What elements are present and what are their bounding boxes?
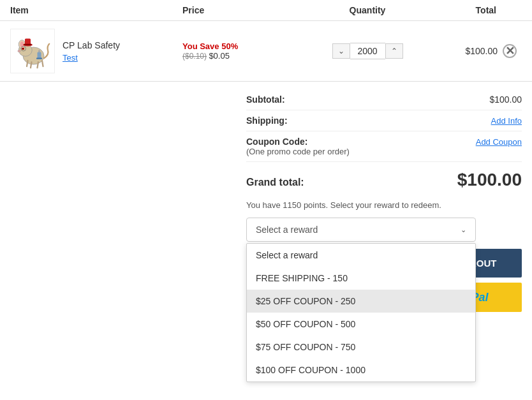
reward-option-25off[interactable]: $25 OFF COUPON - 250 [247,290,475,313]
svg-rect-13 [24,44,32,45]
cart-row: CP Lab Safety Test You Save 50% ($0.10) … [0,21,532,82]
header-item-col: Item [10,5,182,15]
coupon-link[interactable]: Add Coupon [476,137,522,147]
cart-header: Item Price Quantity Total [0,0,532,21]
item-info: CP Lab Safety Test [63,40,120,63]
shipping-row: Shipping: Add Info [246,110,522,131]
item-image [10,29,55,73]
coupon-row: Coupon Code: (One promo code per order) … [246,131,522,162]
grand-total-label: Grand total: [246,177,304,188]
svg-rect-15 [38,52,41,59]
item-link[interactable]: Test [63,53,120,63]
svg-line-9 [38,62,39,68]
reward-dropdown: Select a reward FREE SHIPPING - 150 $25 … [246,243,476,382]
price-current: $0.05 [209,51,230,61]
price-cell: You Save 50% ($0.10) $0.05 [182,41,310,61]
reward-option-default[interactable]: Select a reward [247,244,475,267]
svg-rect-17 [36,58,42,59]
item-cell: CP Lab Safety Test [10,29,182,73]
price-save: You Save 50% [182,41,310,51]
quantity-value: 2000 [350,43,385,59]
header-price-col: Price [182,5,310,15]
subtotal-label: Subtotal: [246,94,285,105]
svg-line-8 [31,62,32,68]
svg-line-10 [42,61,43,66]
subtotal-value: $100.00 [489,94,522,105]
price-original: ($0.10) [182,52,207,61]
summary-section: Subtotal: $100.00 Shipping: Add Info Cou… [0,82,532,249]
svg-rect-16 [38,50,40,53]
reward-option-100off[interactable]: $100 OFF COUPON - 1000 [247,359,475,381]
header-total-col: Total [425,5,522,15]
quantity-decrease-btn[interactable]: ⌄ [332,43,350,59]
remove-item-btn[interactable]: ✕ [503,44,517,58]
coupon-sublabel: (One promo code per order) [246,147,350,156]
reward-option-75off[interactable]: $75 OFF COUPON - 750 [247,336,475,359]
subtotal-row: Subtotal: $100.00 [246,89,522,110]
reward-option-free-shipping[interactable]: FREE SHIPPING - 150 [247,267,475,290]
chevron-down-icon: ⌄ [461,226,466,234]
grand-total-row: Grand total: $100.00 [246,162,522,195]
reward-wrapper: Select a reward ⌄ Select a reward FREE S… [246,218,476,242]
total-cell: $100.00 ✕ [425,44,522,58]
points-text: You have 1150 points. Select your reward… [246,195,522,218]
header-quantity-col: Quantity [310,5,425,15]
svg-point-6 [18,50,21,52]
reward-option-50off[interactable]: $50 OFF COUPON - 500 [247,313,475,336]
grand-total-value: $100.00 [457,170,522,190]
item-name: CP Lab Safety [63,40,120,50]
svg-point-5 [22,48,24,50]
quantity-cell: ⌄ 2000 ⌃ [310,43,425,59]
item-total: $100.00 [465,46,498,56]
svg-line-7 [27,61,28,66]
reward-select-display[interactable]: Select a reward ⌄ [246,218,476,242]
item-image-svg [13,32,52,70]
shipping-label: Shipping: [246,115,288,126]
coupon-label: Coupon Code: [246,137,350,147]
coupon-label-block: Coupon Code: (One promo code per order) [246,137,350,156]
reward-selected-label: Select a reward [256,225,318,235]
quantity-increase-btn[interactable]: ⌃ [385,43,403,59]
shipping-link[interactable]: Add Info [491,116,522,126]
